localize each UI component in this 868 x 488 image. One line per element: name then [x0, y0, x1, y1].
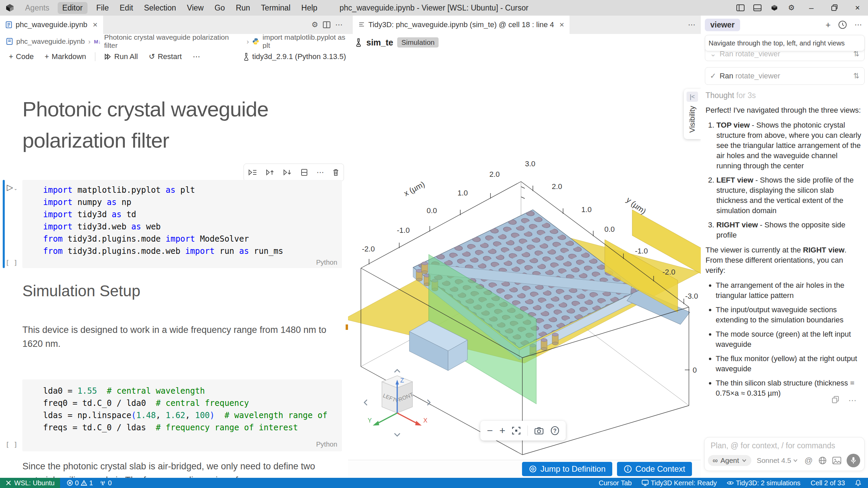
kernel-status[interactable]: Tidy3D Kernel: Ready	[642, 479, 717, 487]
close-tab-icon[interactable]: ×	[93, 20, 98, 30]
menu-selection[interactable]: Selection	[138, 2, 181, 14]
delete-cell-icon[interactable]	[332, 169, 339, 176]
svg-text:-2.0: -2.0	[362, 245, 375, 253]
run-cell-button[interactable]: ▷⌄	[7, 183, 17, 192]
toolbar-more-button[interactable]: ⋯	[189, 51, 204, 62]
toggle-sidebar-icon[interactable]	[733, 1, 748, 15]
markdown-title: Photonic crystal waveguide polarization …	[22, 94, 314, 156]
more-actions-icon[interactable]: ⋯	[335, 20, 343, 29]
infinity-icon: ∞	[713, 456, 718, 465]
agent-mode-selector[interactable]: ∞ Agent	[708, 455, 751, 466]
notebook-icon	[5, 21, 12, 28]
cell-more-icon[interactable]: ⋯	[316, 168, 324, 177]
add-code-button[interactable]: +Code	[5, 51, 38, 62]
breadcrumb[interactable]: phc_waveguide.ipynb › M↓ Photonic crysta…	[0, 34, 354, 49]
split-cell-icon[interactable]	[301, 169, 308, 176]
menu-terminal[interactable]: Terminal	[255, 2, 296, 14]
simulations-status[interactable]: Tidy3D: 2 simulations	[727, 479, 800, 487]
cell-language[interactable]: Python	[316, 259, 337, 266]
svg-text:3.0: 3.0	[525, 159, 536, 168]
remote-indicator[interactable]: WSL: Ubuntu	[0, 478, 60, 488]
rotate-up-chevron[interactable]	[394, 370, 400, 372]
run-above-icon[interactable]	[266, 169, 274, 176]
restart-button[interactable]: ↺Restart	[145, 51, 186, 62]
mention-icon[interactable]: @	[805, 456, 813, 465]
svg-text:2.0: 2.0	[552, 182, 562, 191]
notebook-settings-gear-icon[interactable]: ⚙	[311, 20, 318, 29]
code-cell-1-code[interactable]: import matplotlib.pyplot as pltimport nu…	[43, 184, 283, 257]
notebook-tab[interactable]: phc_waveguide.ipynb ×	[0, 16, 103, 34]
close-tab-icon[interactable]: ×	[559, 20, 564, 30]
chat-tab-viewer[interactable]: viewer	[705, 19, 740, 31]
run-all-button[interactable]: Run All	[100, 51, 142, 62]
viewer-tab[interactable]: Tidy3D: phc_waveguide.ipynb (sim_te) @ c…	[353, 16, 570, 34]
mode-tab-editor[interactable]: Editor	[58, 2, 88, 14]
kernel-picker[interactable]: tidy3d_2.9.1 (Python 3.13.5)	[243, 52, 353, 61]
problems-indicator[interactable]: 0 1	[67, 479, 93, 487]
visibility-tab[interactable]: |< Visibility	[684, 89, 701, 139]
ports-indicator[interactable]: 0	[100, 479, 112, 487]
chat-more-icon[interactable]: ⋯	[854, 20, 862, 29]
add-markdown-button[interactable]: +Markdown	[40, 51, 90, 62]
close-button[interactable]: ×	[847, 0, 868, 16]
cell-language[interactable]: Python	[316, 440, 337, 448]
zoom-in-icon[interactable]: +	[499, 426, 505, 436]
cell-position-status[interactable]: Cell 2 of 33	[811, 479, 845, 487]
breadcrumb-file[interactable]: phc_waveguide.ipynb	[16, 37, 85, 45]
screenshot-camera-icon[interactable]	[534, 427, 544, 435]
rotate-left-chevron[interactable]	[364, 400, 367, 405]
code-cell-2-code[interactable]: lda0 = 1.55 # central wavelengthfreq0 = …	[43, 385, 327, 434]
new-chat-icon[interactable]: +	[826, 20, 831, 30]
notebook-scroll-area[interactable]: Photonic crystal waveguide polarization …	[0, 64, 348, 478]
run-below-icon[interactable]	[283, 169, 292, 176]
expand-icon[interactable]: ⇅	[853, 72, 860, 80]
svg-text:X: X	[423, 417, 427, 424]
zoom-out-icon[interactable]: −	[487, 426, 493, 436]
menu-help[interactable]: Help	[296, 2, 323, 14]
svg-text:-1.0: -1.0	[635, 247, 648, 255]
code-context-button[interactable]: Code Context	[617, 462, 692, 476]
minimize-button[interactable]: –	[801, 0, 822, 16]
web-globe-icon[interactable]	[818, 456, 827, 465]
history-clock-icon[interactable]	[838, 20, 847, 29]
model-selector[interactable]: Sonnet 4.5	[757, 456, 798, 465]
restore-button[interactable]	[824, 0, 845, 16]
menu-go[interactable]: Go	[209, 2, 230, 14]
fit-view-icon[interactable]	[512, 426, 521, 435]
rotate-right-chevron[interactable]	[427, 400, 430, 405]
image-icon[interactable]	[832, 457, 841, 464]
user-message-bubble[interactable]: Navigate through the top, left, and righ…	[705, 35, 865, 51]
breadcrumb-cell[interactable]: import matplotlib.pyplot as plt	[263, 33, 354, 50]
breadcrumb-section[interactable]: Photonic crystal waveguide polarization …	[104, 33, 243, 50]
microphone-button[interactable]	[847, 454, 860, 467]
copy-icon[interactable]	[831, 396, 840, 404]
execution-count: [ ]	[5, 440, 18, 449]
markdown-paragraph: Since the photonic crystal slab is air-b…	[22, 459, 338, 478]
cursor-tab-status[interactable]: Cursor Tab	[599, 479, 632, 487]
settings-gear-icon[interactable]: ⚙	[784, 1, 799, 15]
svg-text:Y: Y	[368, 417, 372, 424]
chat-input[interactable]	[710, 441, 857, 451]
menu-edit[interactable]: Edit	[114, 2, 139, 14]
jump-to-definition-button[interactable]: Jump to Definition	[522, 462, 612, 476]
thought-duration[interactable]: Thought for 3s	[706, 91, 756, 100]
notifications-bell-icon[interactable]	[855, 480, 861, 486]
navigation-cube[interactable]: LEFT FRONT Z Y X	[362, 367, 433, 440]
viewer-more-icon[interactable]: ⋯	[688, 20, 695, 29]
list-icon	[358, 21, 365, 28]
rotate-down-chevron[interactable]	[394, 433, 400, 436]
monitor-icon	[642, 480, 649, 486]
menu-file[interactable]: File	[91, 2, 114, 14]
menu-run[interactable]: Run	[230, 2, 255, 14]
menu-view[interactable]: View	[181, 2, 209, 14]
mode-tab-agents[interactable]: Agents	[20, 2, 54, 14]
execute-cell-icon[interactable]	[248, 169, 257, 176]
tool-run-card[interactable]: ✓ Ran rotate_viewer ⇅	[705, 67, 865, 85]
split-editor-icon[interactable]	[323, 21, 330, 29]
help-icon[interactable]: ?	[551, 426, 559, 435]
message-more-icon[interactable]: ⋯	[848, 396, 856, 405]
assistant-intro: Perfect! I've navigated through the thre…	[706, 105, 862, 115]
toggle-panel-icon[interactable]	[750, 1, 765, 15]
cursor-ai-icon[interactable]	[767, 1, 782, 15]
collapse-icon[interactable]: |<	[687, 92, 698, 102]
